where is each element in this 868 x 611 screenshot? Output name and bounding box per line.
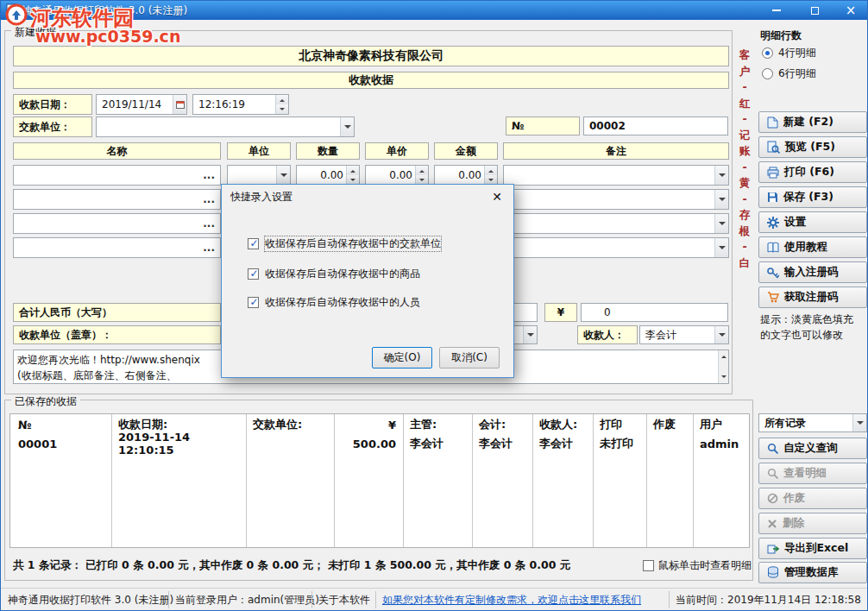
payer-label[interactable]: 交款单位： (13, 117, 92, 137)
column-header-remark[interactable]: 备注 (503, 142, 729, 160)
radio-6-rows[interactable]: 6行明细 (762, 66, 816, 81)
payee-combobox[interactable]: 李会计 (639, 325, 729, 344)
custom-query-button-label: 自定义查询 (783, 441, 838, 456)
dropdown-arrow-icon[interactable] (276, 166, 290, 185)
browse-ellipsis[interactable]: ... (203, 242, 220, 254)
delete-button[interactable]: 删除 (758, 513, 867, 534)
time-spinner-icon[interactable] (275, 95, 288, 114)
radio-selected-icon (762, 47, 773, 59)
payer-dropdown-icon[interactable] (340, 117, 354, 136)
item-unit-combobox[interactable] (227, 165, 291, 186)
dialog-close-button[interactable]: ✕ (481, 185, 513, 208)
dialog-title: 快捷录入设置 (230, 190, 292, 205)
spinner-icon[interactable] (415, 166, 428, 185)
dropdown-arrow-icon[interactable] (523, 326, 537, 343)
company-name-field[interactable]: 北京神奇像素科技有限公司 (13, 46, 729, 66)
dialog-cancel-button[interactable]: 取消(C) (439, 347, 500, 368)
time-stepper[interactable]: 12:16:19 (192, 94, 289, 115)
manage-database-button[interactable]: 管理数据库 (758, 562, 867, 583)
column-header-qty[interactable]: 数量 (296, 142, 360, 160)
receipt-no-label[interactable]: № (506, 117, 580, 135)
footer-note-line1: 欢迎您再次光临！http://www.shenqix (17, 352, 200, 368)
item-remark-combobox[interactable] (503, 237, 729, 258)
auto-save-goods-checkbox[interactable]: 收据保存后自动保存收据中的商品 (248, 267, 420, 281)
void-button[interactable]: 作废 (758, 488, 867, 509)
auto-save-payer-checkbox[interactable]: 收据保存后自动保存收据中的交款单位 (248, 236, 441, 251)
scroll-up-icon[interactable] (721, 353, 726, 358)
custom-query-button[interactable]: 自定义查询 (758, 438, 867, 459)
item-name-field[interactable]: ... (13, 213, 221, 234)
cell-payee: 李会计 (539, 436, 589, 451)
total-in-words-label[interactable]: 合计人民币（大写） (13, 303, 221, 322)
browse-ellipsis[interactable]: ... (203, 217, 220, 230)
get-license-button[interactable]: 获取注册码 (758, 287, 867, 308)
table-header-payee: 收款人: (539, 417, 589, 432)
contact-us-link[interactable]: 如果您对本软件有定制修改需求，欢迎点击这里联系我们 (382, 593, 641, 608)
about-software-link[interactable]: 关于本软件 (318, 593, 370, 608)
payer-combobox[interactable] (96, 117, 355, 137)
receipt-no-field[interactable]: 00002 (583, 117, 728, 135)
auto-save-payer-label: 收据保存后自动保存收据中的交款单位 (265, 236, 441, 251)
minimize-button[interactable] (758, 1, 795, 20)
records-filter-combobox[interactable]: 所有记录 (758, 413, 867, 432)
column-header-name[interactable]: 名称 (13, 142, 221, 160)
total-amount-field[interactable]: 0 (581, 303, 728, 322)
table-header-user: 用户 (700, 417, 746, 432)
save-button[interactable]: 保存 (F3) (758, 186, 867, 208)
view-detail-on-click-checkbox[interactable]: 鼠标单击时查看明细 (643, 558, 752, 573)
price-value: 0.00 (387, 169, 415, 181)
radio-6-rows-label: 6行明细 (778, 66, 816, 81)
preview-button[interactable]: 预览 (F5) (758, 136, 867, 158)
dropdown-arrow-icon[interactable] (714, 190, 728, 209)
spinner-icon[interactable] (346, 166, 359, 185)
calendar-dropdown-button[interactable] (173, 95, 186, 114)
item-name-field[interactable]: ... (13, 189, 221, 210)
dialog-ok-button[interactable]: 确定(O) (372, 347, 432, 368)
stamp-unit-label[interactable]: 收款单位（盖章）： (13, 325, 221, 344)
maximize-button[interactable] (796, 1, 833, 20)
scroll-down-icon[interactable] (721, 375, 726, 381)
dropdown-arrow-icon[interactable] (714, 166, 728, 185)
receipt-title-field[interactable]: 收款收据 (13, 72, 729, 89)
item-remark-combobox[interactable] (503, 165, 729, 186)
export-excel-button[interactable]: 导出到Excel (758, 538, 867, 559)
browse-ellipsis[interactable]: ... (203, 193, 220, 205)
currency-symbol-label[interactable]: ¥ (544, 303, 577, 322)
footer-scrollbar[interactable] (718, 350, 728, 383)
item-name-field[interactable]: ... (13, 237, 221, 258)
item-remark-combobox[interactable] (503, 189, 729, 210)
date-picker[interactable]: 2019/11/14 (96, 94, 187, 115)
auto-save-people-label: 收据保存后自动保存收据中的人员 (265, 295, 420, 310)
dropdown-arrow-icon[interactable] (714, 214, 728, 233)
item-price-stepper[interactable]: 0.00 (365, 165, 429, 186)
watermark-site-url: www.pc0359.cn (35, 27, 180, 46)
tutorial-button[interactable]: 使用教程 (758, 236, 867, 258)
browse-ellipsis[interactable]: ... (203, 169, 220, 181)
date-label[interactable]: 收款日期： (13, 94, 92, 115)
dropdown-arrow-icon[interactable] (714, 326, 728, 343)
cell-amount: 500.00 (337, 436, 396, 451)
spinner-icon[interactable] (484, 166, 497, 185)
payee-label[interactable]: 收款人： (577, 325, 638, 344)
view-detail-button[interactable]: 查看明细 (758, 463, 867, 484)
radio-4-rows[interactable]: 4行明细 (762, 46, 816, 60)
status-separator (669, 591, 670, 608)
new-button[interactable]: 新建 (F2) (758, 111, 867, 133)
checkbox-checked-icon (248, 297, 259, 308)
column-header-price[interactable]: 单价 (365, 142, 429, 160)
column-header-amount[interactable]: 金额 (434, 142, 498, 160)
column-header-unit[interactable]: 单位 (227, 142, 291, 160)
print-button[interactable]: 打印 (F6) (758, 161, 867, 183)
dropdown-arrow-icon[interactable] (714, 238, 728, 257)
saved-receipts-group-title: 已保存的收据 (11, 394, 80, 409)
item-remark-combobox[interactable] (503, 213, 729, 234)
status-current-user: 当前登录用户：admin(管理员) (175, 593, 319, 608)
settings-button[interactable]: 设置 (758, 211, 867, 233)
item-amount-stepper[interactable]: 0.00 (434, 165, 498, 186)
item-name-field[interactable]: ... (13, 165, 221, 186)
dropdown-arrow-icon[interactable] (852, 414, 866, 431)
enter-license-button[interactable]: 输入注册码 (758, 261, 867, 283)
auto-save-people-checkbox[interactable]: 收据保存后自动保存收据中的人员 (248, 295, 420, 310)
close-button[interactable]: × (833, 1, 868, 20)
item-qty-stepper[interactable]: 0.00 (296, 165, 360, 186)
